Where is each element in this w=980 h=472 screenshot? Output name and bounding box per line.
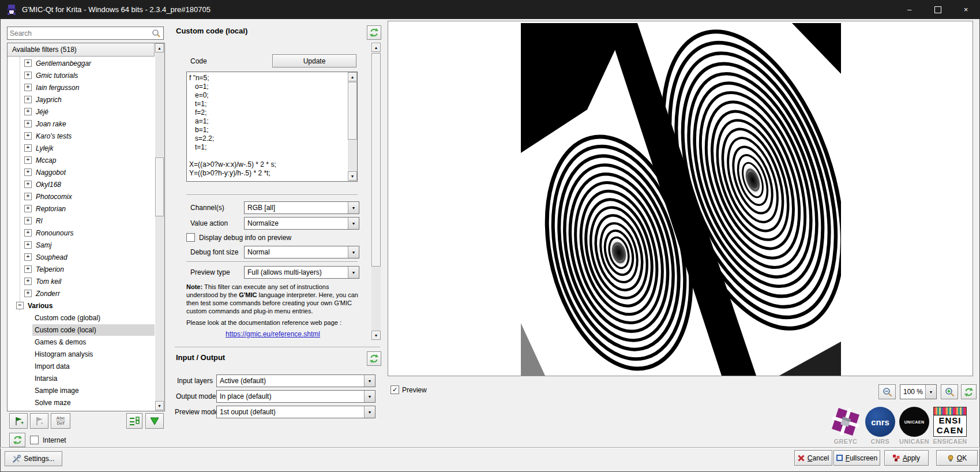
filter-item[interactable]: Custom code (global) [7, 312, 155, 324]
filter-group-various[interactable]: −Various [7, 299, 155, 312]
expand-plus-icon[interactable]: + [24, 156, 32, 164]
scroll-to-selected-button[interactable] [145, 413, 164, 429]
chevron-down-icon[interactable]: ▼ [348, 246, 359, 258]
panel-scroll-thumb[interactable] [371, 53, 381, 267]
filter-group[interactable]: +Tom keil [7, 275, 155, 287]
filter-item[interactable]: Import data [7, 360, 155, 372]
chevron-down-icon[interactable]: ▼ [348, 202, 359, 213]
filter-item[interactable]: Games & demos [7, 336, 155, 348]
zoom-in-button[interactable] [941, 384, 958, 399]
expand-plus-icon[interactable]: + [24, 181, 32, 188]
chevron-down-icon[interactable]: ▼ [925, 385, 936, 399]
expand-plus-icon[interactable]: + [24, 72, 32, 79]
code-text[interactable]: f "n=5; o=1; e=0; t=1; f=2; a=1; b=1; s=… [189, 74, 346, 180]
chevron-down-icon[interactable]: ▼ [364, 391, 375, 402]
update-filters-button[interactable] [9, 433, 25, 447]
filter-group[interactable]: +Rl [7, 215, 155, 227]
input-layers-combo[interactable]: Active (default) ▼ [216, 374, 376, 387]
filter-item[interactable]: Sample image [7, 384, 155, 396]
expand-plus-icon[interactable]: + [24, 278, 32, 285]
expand-plus-icon[interactable]: + [24, 168, 32, 176]
panel-scroll-up[interactable]: ▲ [371, 43, 381, 52]
tree-scroll-thumb[interactable] [155, 158, 164, 216]
refresh-preview-button[interactable] [961, 384, 977, 399]
internet-checkbox[interactable] [30, 436, 39, 444]
collapse-minus-icon[interactable]: − [16, 302, 24, 309]
filter-item[interactable]: Intarsia [7, 372, 155, 384]
apply-button[interactable]: Apply [884, 450, 929, 466]
search-input[interactable] [7, 27, 164, 40]
preview-type-combo[interactable]: Full (allows multi-layers) ▼ [244, 266, 359, 279]
filter-group[interactable]: +Gmic tutorials [7, 69, 155, 81]
filter-group[interactable]: +Joan rake [7, 118, 155, 130]
output-mode-combo[interactable]: In place (default) ▼ [216, 390, 376, 403]
filter-group[interactable]: +Reptorian [7, 203, 155, 215]
expand-plus-icon[interactable]: + [24, 132, 32, 140]
filter-group[interactable]: +Lylejk [7, 142, 155, 154]
filter-group[interactable]: +Mccap [7, 154, 155, 166]
cancel-button[interactable]: Cancel [794, 450, 832, 466]
expand-plus-icon[interactable]: + [24, 265, 32, 273]
code-scroll-down[interactable]: ▼ [348, 171, 357, 181]
preview-checkbox[interactable]: ✓ [391, 385, 399, 394]
zoom-out-button[interactable] [878, 384, 896, 399]
code-scroll-thumb[interactable] [348, 82, 357, 140]
expand-plus-icon[interactable]: + [24, 96, 32, 103]
fullscreen-button[interactable]: Fullscreen [833, 450, 880, 466]
settings-button[interactable]: Settings... [5, 451, 62, 466]
code-scroll-up[interactable]: ▲ [348, 72, 357, 81]
filter-group[interactable]: +Karo's tests [7, 130, 155, 142]
chevron-down-icon[interactable]: ▼ [364, 406, 375, 418]
chevron-down-icon[interactable]: ▼ [348, 267, 359, 278]
ok-button[interactable]: OK [936, 450, 978, 466]
maximize-button[interactable] [923, 0, 952, 19]
doc-link[interactable]: https://gmic.eu/reference.shtml [226, 330, 320, 338]
expand-plus-icon[interactable]: + [24, 193, 32, 200]
expand-collapse-list-button[interactable] [126, 413, 142, 429]
tree-scroll-up[interactable]: ▲ [155, 43, 164, 53]
code-editor[interactable]: f "n=5; o=1; e=0; t=1; f=2; a=1; b=1; s=… [186, 72, 358, 182]
expand-plus-icon[interactable]: + [24, 120, 32, 128]
rename-fave-button[interactable]: Abc Def [51, 413, 70, 429]
expand-plus-icon[interactable]: + [24, 253, 32, 261]
filter-group[interactable]: +Jéjé [7, 106, 155, 118]
search-icon[interactable] [152, 29, 161, 38]
expand-plus-icon[interactable]: + [24, 84, 32, 91]
value-action-combo[interactable]: Normalize ▼ [244, 217, 359, 230]
filter-group[interactable]: +Iain fergusson [7, 81, 155, 93]
filter-item[interactable]: Histogram analysis [7, 348, 155, 360]
expand-plus-icon[interactable]: + [24, 59, 32, 67]
update-button[interactable]: Update [272, 54, 356, 68]
filter-group[interactable]: +Okyl168 [7, 178, 155, 190]
filter-group[interactable]: +Telperion [7, 263, 155, 275]
panel-scroll-down[interactable]: ▼ [371, 331, 381, 340]
expand-plus-icon[interactable]: + [24, 229, 32, 237]
preview-area[interactable] [388, 21, 973, 376]
expand-plus-icon[interactable]: + [24, 108, 32, 115]
filter-group[interactable]: +Naggobot [7, 166, 155, 178]
remove-fave-button[interactable]: - [30, 413, 48, 429]
tree-scrollbar[interactable] [155, 43, 164, 411]
tree-scroll-down[interactable]: ▼ [155, 401, 164, 410]
add-fave-button[interactable]: + [9, 413, 28, 429]
close-button[interactable]: × [952, 0, 980, 19]
filter-item[interactable]: Solve maze [7, 396, 155, 409]
expand-plus-icon[interactable]: + [24, 290, 32, 297]
channels-combo[interactable]: RGB [all] ▼ [244, 201, 359, 214]
chevron-down-icon[interactable]: ▼ [348, 218, 359, 229]
debug-info-checkbox[interactable] [186, 233, 195, 242]
filter-tree-header[interactable]: Available filters (518) [7, 43, 155, 57]
minimize-button[interactable]: – [895, 0, 923, 19]
filter-group[interactable]: +Gentlemanbeggar [7, 57, 155, 69]
expand-plus-icon[interactable]: + [24, 205, 32, 212]
debug-font-size-combo[interactable]: Normal ▼ [244, 246, 359, 259]
filter-item-selected[interactable]: Custom code (local) [7, 324, 155, 336]
expand-plus-icon[interactable]: + [24, 241, 32, 249]
chevron-down-icon[interactable]: ▼ [364, 375, 375, 387]
filter-group[interactable]: +Photocomix [7, 190, 155, 203]
expand-plus-icon[interactable]: + [24, 217, 32, 224]
expand-plus-icon[interactable]: + [24, 144, 32, 152]
filter-group[interactable]: +Ronounours [7, 227, 155, 239]
reset-filter-button[interactable] [367, 25, 381, 40]
filter-group[interactable]: +Samj [7, 239, 155, 251]
